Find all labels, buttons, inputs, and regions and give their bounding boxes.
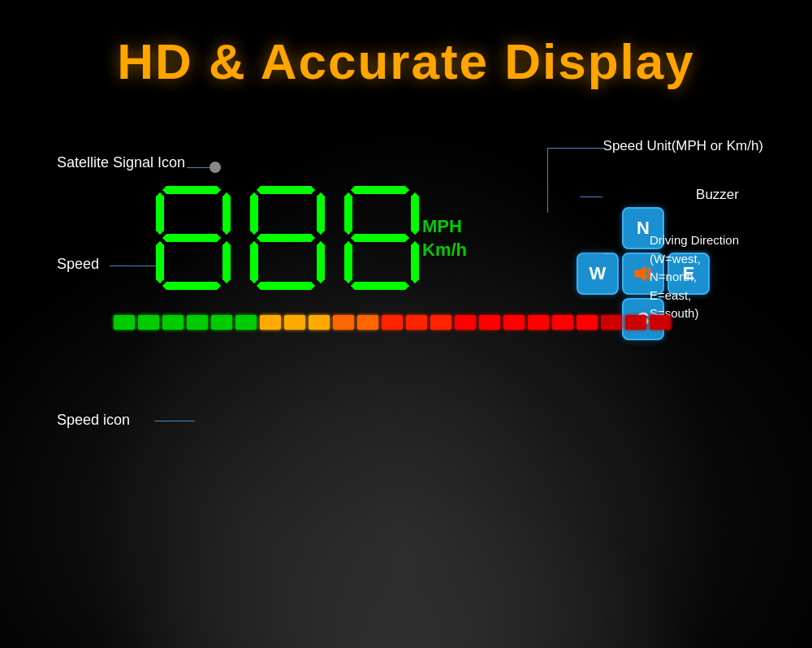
speed-bar-segment [138,315,159,330]
seg-2-tr [317,192,325,235]
driving-direction-label: Driving Direction (W=west, N=north, E=ea… [650,231,739,323]
speed-bar-segment [309,315,330,330]
speed-bar-segment [503,315,525,330]
seg-3-top [351,186,409,194]
speed-bar-segment [382,315,403,330]
speed-unit-mph: MPH [422,215,467,239]
speed-bar-segment [284,315,305,330]
seven-segment-display [146,183,429,296]
speed-bar-segment [479,315,500,330]
buzzer-label: Buzzer [696,187,739,203]
seg-2-br [317,241,325,283]
compass-empty-tl [577,207,619,249]
speed-bar-segment [235,315,257,330]
digit-2 [247,183,328,296]
speed-unit-display: MPH Km/h [422,215,467,261]
speed-bar-segment [625,315,646,330]
digit-3 [341,183,422,296]
speed-icon-connector-line [154,421,195,421]
seg-2-mid [257,234,315,242]
seg-1-br [222,241,231,283]
seg-1-tr [222,192,231,235]
seg-2-tl [250,192,258,235]
speed-bar-segment [601,315,622,330]
seg-1-top [162,186,221,194]
seg-1-mid [162,234,221,242]
satellite-dot [209,162,221,173]
speed-bar-segment [455,315,476,330]
seg-3-tl [344,192,352,235]
speed-unit-connector-h [548,148,605,149]
speed-unit-connector-v [547,148,548,213]
device-shape [122,486,690,648]
seg-3-br [411,241,419,283]
driving-connector-line [580,253,603,254]
speed-bar-segment [430,315,451,330]
display-area: Satellite Signal Icon Speed Speed icon S… [49,138,763,469]
speed-bar-segment [114,315,135,330]
seg-3-mid [351,234,409,242]
speed-bar-segment [406,315,427,330]
speed-bar-segment [357,315,378,330]
speed-bar-segment [650,315,671,330]
seg-2-top [257,186,315,194]
speed-unit-kmh: Km/h [422,239,467,262]
speed-bar-segment [577,315,598,330]
seg-2-bl [250,241,258,283]
satellite-signal-label: Satellite Signal Icon [57,154,185,171]
svg-marker-0 [635,266,646,281]
speed-label: Speed [57,256,99,273]
speed-bar-segment [333,315,354,330]
speed-unit-label: Speed Unit(MPH or Km/h) [603,138,763,154]
compass-west: W [577,253,619,295]
page-title: HD & Accurate Display [0,32,812,90]
seg-1-bot [162,282,221,290]
seg-1-bl [156,241,164,283]
speed-bar-segment [162,315,184,330]
speed-bar [114,313,698,331]
speed-bar-segment [187,315,208,330]
buzzer-connector-line [580,197,603,197]
digit-1 [153,183,234,296]
seg-3-bot [351,282,409,290]
speed-bar-segment [552,315,573,330]
speed-bar-segment [211,315,232,330]
speed-bar-segment [260,315,281,330]
seg-2-bot [257,282,315,290]
speed-bar-segment [528,315,549,330]
seg-3-tr [411,192,419,235]
seg-1-tl [156,192,164,235]
speed-icon-label: Speed icon [57,412,130,429]
seg-3-bl [344,241,352,283]
